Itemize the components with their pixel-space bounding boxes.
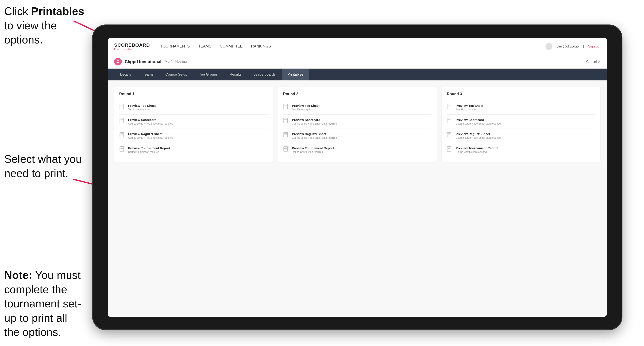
- tee-sheet-icon: [119, 104, 125, 111]
- tab-details[interactable]: Details: [114, 69, 137, 80]
- round2-raguzzi-label: Preview Raguzzi Sheet: [292, 132, 337, 136]
- svg-rect-30: [284, 147, 287, 151]
- round1-tee-sheet-label: Preview Tee Sheet: [128, 104, 156, 107]
- round1-raguzzi-label: Preview Raguzzi Sheet: [128, 132, 173, 136]
- round2-tournament-report-sub: Round Completion required: [292, 151, 334, 154]
- nav-rankings[interactable]: RANKINGS: [251, 43, 271, 50]
- tab-tee-groups[interactable]: Tee Groups: [193, 69, 224, 80]
- nav-tournaments[interactable]: TOURNAMENTS: [160, 43, 190, 50]
- round3-scorecard-sub: Course setup + Tee Sheet data required: [456, 122, 501, 125]
- tab-course-setup[interactable]: Course Setup: [160, 69, 193, 80]
- svg-rect-42: [447, 132, 451, 137]
- cancel-button[interactable]: Cancel ✕: [586, 60, 600, 64]
- round1-raguzzi[interactable]: Preview Raguzzi Sheet Course setup + Tee…: [119, 129, 268, 143]
- round-1-title: Round 1: [119, 92, 268, 96]
- top-nav-right: blair@clippd.io | Sign out: [546, 43, 600, 50]
- tab-results[interactable]: Results: [224, 69, 248, 80]
- round1-tee-sheet[interactable]: Preview Tee Sheet Tee Sheet required: [119, 101, 268, 115]
- round1-tournament-report-label: Preview Tournament Report: [128, 146, 170, 150]
- top-nav: SCOREBOARD Powered by clippd TOURNAMENTS…: [108, 38, 607, 55]
- svg-rect-10: [120, 132, 124, 137]
- round3-tournament-report-label: Preview Tournament Report: [456, 146, 498, 150]
- tablet-screen: SCOREBOARD Powered by clippd TOURNAMENTS…: [108, 38, 607, 317]
- round2-raguzzi-text: Preview Raguzzi Sheet Course setup + Tee…: [292, 132, 337, 139]
- tournament-report-icon-r2: [283, 146, 289, 153]
- raguzzi-icon-r3: [447, 132, 453, 139]
- top-nav-links: TOURNAMENTS TEAMS COMMITTEE RANKINGS: [160, 43, 546, 50]
- tournament-report-icon: [119, 146, 125, 153]
- round2-tee-sheet[interactable]: Preview Tee Sheet Tee Sheet required: [283, 101, 432, 115]
- svg-rect-38: [447, 118, 451, 123]
- round2-scorecard-sub: Course setup + Tee Sheet data required: [292, 122, 337, 125]
- round-2-title: Round 2: [283, 92, 432, 96]
- tab-leaderboards[interactable]: Leaderboards: [248, 69, 282, 80]
- round2-tournament-report-label: Preview Tournament Report: [292, 146, 334, 150]
- round-3-title: Round 3: [447, 92, 595, 96]
- round2-tournament-report[interactable]: Preview Tournament Report Round Completi…: [283, 143, 432, 157]
- svg-rect-46: [447, 147, 451, 151]
- round1-scorecard[interactable]: Preview Scorecard Course setup + Tee She…: [119, 115, 268, 129]
- tab-teams[interactable]: Teams: [137, 69, 160, 80]
- svg-rect-22: [284, 118, 287, 123]
- svg-rect-18: [284, 104, 287, 109]
- sub-nav: Details Teams Course Setup Tee Groups Re…: [108, 69, 607, 80]
- round-1-column: Round 1 Preview Tee Sheet Tee Sheet requ…: [114, 87, 273, 162]
- tournament-type: (Men): [164, 60, 172, 64]
- tournament-status: Hosting: [175, 60, 187, 64]
- pipe-separator: |: [583, 44, 584, 48]
- round2-tournament-report-text: Preview Tournament Report Round Completi…: [292, 146, 334, 154]
- round2-tee-sheet-sub: Tee Sheet required: [292, 108, 320, 111]
- round3-scorecard-label: Preview Scorecard: [456, 118, 501, 122]
- round3-tournament-report-text: Preview Tournament Report Round Completi…: [456, 146, 498, 154]
- round2-scorecard-label: Preview Scorecard: [292, 118, 337, 122]
- round-2-column: Round 2 Preview Tee Sheet Tee Sheet requ…: [278, 87, 437, 162]
- tournament-report-icon-r3: [447, 146, 453, 153]
- nav-teams[interactable]: TEAMS: [198, 43, 212, 50]
- svg-rect-14: [120, 147, 124, 151]
- annotation-bottom: Note: You must complete the tournament s…: [4, 268, 84, 340]
- round1-tournament-report-text: Preview Tournament Report Round Completi…: [128, 146, 170, 154]
- round1-raguzzi-sub: Course setup + Tee Sheet data required: [128, 136, 173, 139]
- round1-raguzzi-text: Preview Raguzzi Sheet Course setup + Tee…: [128, 132, 173, 139]
- round1-tournament-report[interactable]: Preview Tournament Report Round Completi…: [119, 143, 268, 157]
- tee-sheet-icon-r3: [447, 104, 453, 111]
- round3-tournament-report[interactable]: Preview Tournament Report Round Completi…: [447, 143, 595, 157]
- scorecard-icon: [119, 118, 125, 125]
- main-content: Round 1 Preview Tee Sheet Tee Sheet requ…: [108, 80, 607, 317]
- nav-committee[interactable]: COMMITTEE: [220, 43, 243, 50]
- logo-title: SCOREBOARD: [114, 42, 150, 48]
- round2-tee-sheet-label: Preview Tee Sheet: [292, 104, 320, 107]
- tab-printables[interactable]: Printables: [282, 69, 310, 80]
- raguzzi-icon-r2: [283, 132, 289, 139]
- round2-raguzzi-sub: Course setup + Tee Sheet data required: [292, 136, 337, 139]
- tablet-frame: SCOREBOARD Powered by clippd TOURNAMENTS…: [93, 25, 622, 329]
- round3-raguzzi-sub: Course setup + Tee Sheet data required: [456, 136, 501, 139]
- round3-tee-sheet[interactable]: Preview Tee Sheet Tee Sheet required: [447, 101, 595, 115]
- raguzzi-icon: [119, 132, 125, 139]
- annotation-bold: Printables: [31, 5, 84, 17]
- round3-scorecard[interactable]: Preview Scorecard Course setup + Tee She…: [447, 115, 595, 129]
- round1-scorecard-text: Preview Scorecard Course setup + Tee She…: [128, 118, 173, 125]
- scorecard-icon-r3: [447, 118, 453, 125]
- round2-scorecard[interactable]: Preview Scorecard Course setup + Tee She…: [283, 115, 432, 129]
- round3-tournament-report-sub: Round Completion required: [456, 151, 498, 154]
- round1-tournament-report-sub: Round Completion required: [128, 151, 170, 154]
- svg-rect-2: [120, 104, 124, 109]
- svg-rect-34: [447, 104, 451, 109]
- sign-out-link[interactable]: Sign out: [588, 44, 600, 48]
- tournament-logo: C: [114, 58, 122, 65]
- scorecard-icon-r2: [283, 118, 289, 125]
- round1-scorecard-label: Preview Scorecard: [128, 118, 173, 122]
- round3-tee-sheet-sub: Tee Sheet required: [456, 108, 483, 111]
- round2-scorecard-text: Preview Scorecard Course setup + Tee She…: [292, 118, 337, 125]
- round3-raguzzi-text: Preview Raguzzi Sheet Course setup + Tee…: [456, 132, 501, 139]
- tournament-name: Clippd Invitational: [125, 59, 161, 64]
- round3-raguzzi-label: Preview Raguzzi Sheet: [456, 132, 501, 136]
- round1-tee-sheet-sub: Tee Sheet required: [128, 108, 156, 111]
- round2-raguzzi[interactable]: Preview Raguzzi Sheet Course setup + Tee…: [283, 129, 432, 143]
- tournament-header: C Clippd Invitational (Men) Hosting Canc…: [108, 55, 607, 69]
- round2-tee-sheet-text: Preview Tee Sheet Tee Sheet required: [292, 104, 320, 111]
- round3-tee-sheet-label: Preview Tee Sheet: [456, 104, 483, 107]
- round-3-column: Round 3 Preview Tee Sheet Tee Sheet requ…: [442, 87, 600, 162]
- round3-raguzzi[interactable]: Preview Raguzzi Sheet Course setup + Tee…: [447, 129, 595, 143]
